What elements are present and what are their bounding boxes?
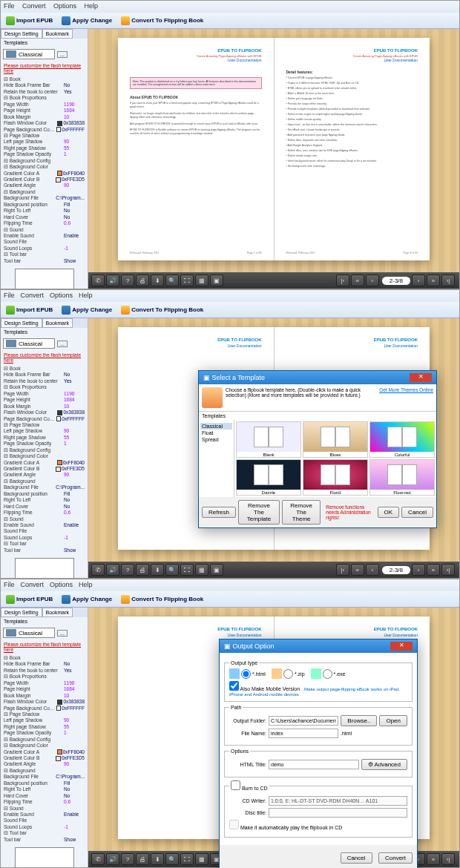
property-tree[interactable]: ⊟ Book Hide Book Frame BarNo Retain the … (1, 75, 88, 266)
autoplay-checkbox[interactable]: Make it automatically play the flipbook … (229, 820, 342, 830)
template-colorful[interactable]: Colorful (369, 421, 435, 458)
browse-button[interactable]: Browse.. (341, 715, 377, 726)
menu-file[interactable]: File (4, 2, 15, 10)
html-title-input[interactable] (269, 760, 359, 769)
book-viewer: EPUB TO FLIPBOOK Create Amazing Page-fli… (88, 29, 459, 289)
cancel-button[interactable]: Cancel (341, 852, 372, 864)
cat-spread[interactable]: Spread (200, 436, 232, 443)
apply-change-button[interactable]: Apply Change (59, 305, 114, 315)
path-group: Path Output Folder:Browse..Open File Nam… (224, 705, 413, 746)
fullscreen-icon[interactable]: ⛶ (180, 274, 194, 286)
output-folder-input[interactable] (269, 716, 338, 726)
download-icon[interactable]: ⬇ (151, 274, 164, 286)
menu-convert[interactable]: Convert (22, 2, 46, 10)
phone-icon[interactable]: ✆ (91, 274, 105, 286)
template-dazzle[interactable]: Dazzle (236, 459, 301, 496)
templates-label: Templates (1, 39, 88, 47)
select-template-dialog: ▣ Select a Template✕ Choose a flipbook t… (198, 370, 437, 528)
first-page-button[interactable]: |‹ (336, 274, 349, 286)
advanced-button[interactable]: ⚙ Advanced (361, 759, 407, 770)
last-page-button[interactable]: ›| (441, 274, 455, 286)
prev-page-button[interactable]: ‹ (366, 274, 379, 286)
zip-icon (272, 668, 282, 679)
convert-button[interactable]: Convert To Flipping Book (119, 16, 206, 26)
html-icon (229, 668, 240, 679)
cat-float[interactable]: Float (200, 430, 232, 436)
help-icon[interactable]: ? (121, 274, 134, 286)
menu-options[interactable]: Options (53, 2, 76, 10)
cancel-button[interactable]: Cancel (401, 507, 433, 518)
get-more-themes-link[interactable]: Get More Themes Online (379, 387, 433, 392)
print-icon[interactable]: 🖨 (136, 274, 149, 286)
output-dialog-icon: ▣ (224, 642, 231, 650)
exe-icon (311, 668, 321, 679)
template-blues[interactable]: Blues (303, 421, 368, 458)
mobile-checkbox[interactable]: Also Make Mobile Version (229, 686, 300, 691)
close-button[interactable]: ✕ (390, 642, 413, 651)
burn-cd-group: Burn to CD CD Writer: Disc title: Make i… (224, 780, 413, 838)
customize-link[interactable]: Please customize the flash template here (1, 62, 88, 75)
zoom-icon[interactable]: 🔍 (165, 274, 179, 286)
remove-template-button[interactable]: Remove The Template (238, 500, 280, 525)
disc-title-input (269, 808, 407, 818)
convert-button[interactable]: Convert (378, 852, 413, 864)
ok-button[interactable]: OK (378, 507, 400, 518)
sound-icon[interactable]: 🔊 (106, 274, 119, 286)
tab-bookmark[interactable]: Bookmark (42, 29, 73, 39)
apply-icon (62, 16, 70, 25)
viewer-toolbar: ✆ 🔊 ? 🖨 ⬇ 🔍 ⛶ ▦ ▣ |‹ « ‹ 2-3/8 › » ›| (88, 272, 459, 289)
template-info-icon (202, 387, 223, 408)
radio-html[interactable]: *.html (229, 668, 266, 679)
remove-theme-button[interactable]: Remove The Theme (282, 500, 321, 525)
output-type-group: Output type *.html *.zip *.exe Also Make… (224, 660, 413, 702)
template-categories[interactable]: Classical Float Spread (199, 420, 234, 497)
apply-change-button[interactable]: Apply Change (59, 16, 114, 26)
menu-bar: File Convert Options Help (1, 1, 459, 13)
page-indicator[interactable]: 2-3/8 (382, 277, 410, 285)
radio-zip[interactable]: *.zip (272, 668, 305, 679)
import-epub-button[interactable]: Import EPUB (4, 594, 55, 605)
burn-cd-checkbox[interactable]: Burn to CD (231, 786, 268, 791)
autoflip-icon[interactable]: ▦ (195, 274, 208, 286)
file-name-input[interactable] (269, 729, 338, 738)
template-florid[interactable]: Florid (303, 459, 368, 496)
template-grid: Blank Blues Colorful Dazzle Florid Flow-… (234, 420, 436, 497)
prev-fast-button[interactable]: « (351, 274, 364, 286)
preview-thumbnail (15, 269, 74, 289)
import-epub-button[interactable]: Import EPUB (4, 305, 55, 315)
template-browse-button[interactable]: ... (57, 51, 68, 58)
template-info-text: Choose a flipbook template here, (Double… (226, 387, 379, 398)
menu-help[interactable]: Help (85, 2, 99, 10)
template-flowred[interactable]: Flow-red (369, 459, 435, 496)
cat-classical[interactable]: Classical (200, 423, 232, 430)
output-option-dialog: ▣ Output Option✕ Output type *.html *.zi… (219, 639, 418, 868)
template-blank[interactable]: Blank (236, 421, 301, 458)
radio-exe[interactable]: *.exe (311, 668, 346, 679)
apply-change-button[interactable]: Apply Change (59, 594, 114, 605)
cd-writer-select (269, 796, 407, 806)
import-icon (6, 16, 15, 25)
close-button[interactable]: ✕ (410, 373, 432, 382)
toolbar: Import EPUB Apply Change Convert To Flip… (1, 13, 459, 29)
options-group: Options HTML Title:⚙ Advanced (224, 749, 413, 777)
admin-warning: Remove functions needs Administration ri… (326, 504, 372, 520)
template-select[interactable]: Classical (3, 49, 55, 59)
left-page: EPUB TO FLIPBOOK Create Amazing Page-fli… (118, 38, 275, 260)
gear-icon: ⚙ (368, 761, 373, 768)
convert-button[interactable]: Convert To Flipping Book (119, 594, 206, 605)
import-epub-button[interactable]: Import EPUB (4, 16, 55, 26)
refresh-button[interactable]: Refresh (202, 507, 236, 518)
convert-icon (121, 16, 130, 25)
side-panel: Design Setting Bookmark Templates Classi… (1, 29, 88, 289)
open-button[interactable]: Open (379, 715, 407, 726)
tab-design-setting[interactable]: Design Setting (1, 29, 42, 39)
right-page: EPUB TO FLIPBOOK Create Amazing Page-fli… (275, 38, 430, 260)
template-dialog-icon: ▣ (203, 374, 210, 381)
thumbnails-icon[interactable]: ▣ (210, 274, 223, 286)
book-icon (6, 50, 16, 58)
next-page-button[interactable]: › (412, 274, 425, 286)
next-fast-button[interactable]: » (427, 274, 440, 286)
convert-button[interactable]: Convert To Flipping Book (119, 305, 206, 315)
